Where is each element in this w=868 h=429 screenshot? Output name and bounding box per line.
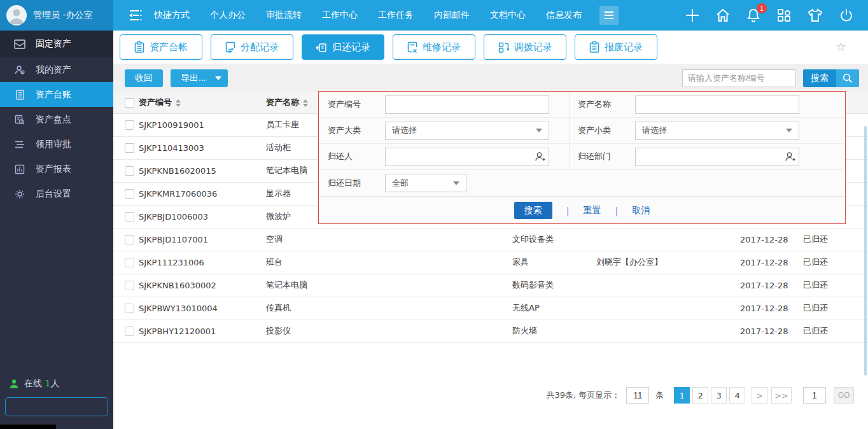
sidebar-item-my-assets[interactable]: 我的资产	[0, 57, 113, 82]
more-menu-button[interactable]	[599, 6, 619, 25]
tab-allocation-records[interactable]: 分配记录	[211, 34, 293, 60]
page-list: 1234	[674, 387, 745, 404]
last-page-button[interactable]: >>	[771, 387, 792, 404]
top-nav-item[interactable]: 工作任务	[378, 10, 414, 21]
sort-icon[interactable]	[176, 99, 181, 107]
category-major-select[interactable]: 请选择	[385, 122, 549, 140]
row-checkbox[interactable]	[125, 281, 134, 290]
panel-column-divider	[569, 92, 570, 170]
return-dept-field[interactable]	[635, 148, 799, 166]
recall-button[interactable]: 收回	[125, 69, 163, 87]
asset-code-field[interactable]	[385, 95, 549, 114]
table-row[interactable]: SJKPBWY13010004 传真机 无线AP 2017-12-28 已归还	[113, 297, 868, 320]
row-checkbox[interactable]	[125, 304, 134, 313]
current-user-label: 管理员 -办公室	[33, 10, 93, 21]
sidebar-item-asset-ledger[interactable]: 资产台账	[0, 82, 113, 107]
page-button[interactable]: 2	[692, 387, 708, 404]
tab-repair-records[interactable]: 维修记录	[393, 34, 475, 60]
page-button[interactable]: 3	[711, 387, 727, 404]
tab-return-records[interactable]: 归还记录	[302, 34, 384, 60]
cell-return-person	[596, 320, 740, 342]
cell-return-person: 刘晓宇【办公室】	[596, 251, 740, 274]
table-row[interactable]: SJKPBJD1107001 空调 文印设备类 2017-12-28 已归还	[113, 228, 868, 251]
sidebar-item-settings[interactable]: 后台设置	[0, 181, 113, 206]
table-row[interactable]: SJKP111231006 班台 家具 刘晓宇【办公室】 2017-12-28 …	[113, 251, 868, 274]
separator: |	[566, 206, 570, 216]
asset-name-field[interactable]	[635, 95, 799, 114]
sidebar-module-label: 固定资产	[36, 38, 71, 50]
cancel-link[interactable]: 取消	[632, 205, 650, 216]
sort-icon[interactable]	[303, 99, 308, 107]
top-nav-item[interactable]: 文档中心	[490, 10, 526, 21]
search-button[interactable]: 搜索	[803, 69, 859, 87]
return-person-field[interactable]	[385, 148, 549, 166]
sidebar-item-approval[interactable]: 领用审批	[0, 132, 113, 157]
row-checkbox[interactable]	[125, 143, 134, 153]
row-checkbox[interactable]	[125, 120, 134, 130]
select-all-checkbox[interactable]	[125, 98, 134, 108]
page-button[interactable]: 4	[729, 387, 745, 404]
sidebar-search-input[interactable]	[6, 402, 128, 412]
reset-link[interactable]: 重置	[584, 205, 601, 216]
top-nav-item[interactable]: 内部邮件	[434, 10, 470, 21]
page-button[interactable]: 1	[674, 387, 690, 404]
collapse-menu-icon[interactable]	[127, 9, 143, 22]
user-block[interactable]: 管理员 -办公室	[0, 0, 113, 31]
online-label: 在线	[24, 378, 42, 388]
person-add-icon[interactable]	[785, 151, 795, 162]
apps-grid-icon[interactable]	[776, 8, 792, 23]
ledger-icon	[14, 90, 25, 100]
row-checkbox[interactable]	[125, 258, 134, 267]
sidebar-item-label: 资产台账	[36, 89, 71, 101]
sidebar-module-fixed-assets[interactable]: 固定资产	[0, 31, 113, 57]
tab-asset-ledger[interactable]: 资产台帐	[120, 34, 202, 60]
top-nav-item[interactable]: 审批流转	[266, 10, 302, 21]
person-add-icon[interactable]	[535, 151, 545, 162]
row-checkbox[interactable]	[125, 166, 134, 176]
return-dept-label: 归还部门	[569, 151, 635, 162]
next-page-button[interactable]: >	[752, 387, 767, 404]
online-status: 在线 1人	[9, 378, 59, 390]
column-header-code[interactable]: 资产编号	[139, 92, 266, 113]
top-nav-item[interactable]: 信息发布	[546, 10, 582, 21]
cell-return-date: 2017-12-28	[740, 320, 803, 342]
top-nav-item[interactable]: 快捷方式	[154, 10, 190, 21]
tab-transfer-records[interactable]: 调拨记录	[484, 34, 566, 60]
row-checkbox[interactable]	[125, 189, 134, 199]
sidebar-item-asset-reports[interactable]: 资产报表	[0, 157, 113, 181]
table-row[interactable]: SJKPKNB16030002 笔记本电脑 数码影音类 2017-12-28 已…	[113, 274, 868, 297]
goto-page-input[interactable]	[803, 387, 826, 404]
cell-asset-code: SJKPKNB16020015	[139, 159, 266, 182]
category-minor-select[interactable]: 请选择	[635, 122, 799, 140]
pagination: 共39条, 每页显示： 条 1234 > >> GO	[546, 387, 854, 404]
top-nav-item[interactable]: 个人办公	[210, 10, 246, 21]
home-icon[interactable]	[715, 8, 731, 23]
tab-label: 维修记录	[423, 41, 461, 53]
row-checkbox[interactable]	[125, 212, 134, 222]
row-checkbox[interactable]	[125, 327, 134, 336]
cell-asset-code: SJKPKMR17060036	[139, 182, 266, 205]
row-checkbox[interactable]	[125, 235, 134, 244]
cell-return-date: 2017-12-28	[740, 297, 803, 320]
table-row[interactable]: SJKPBHY12120001 投影仪 防火墙 2017-12-28 已归还	[113, 320, 868, 342]
tab-scrap-records[interactable]: 报废记录	[575, 34, 657, 60]
cell-return-date: 2017-12-28	[740, 251, 803, 274]
theme-shirt-icon[interactable]	[807, 8, 823, 23]
sidebar-item-label: 资产盘点	[36, 114, 71, 125]
go-button[interactable]: GO	[834, 387, 854, 404]
tab-label: 资产台帐	[150, 41, 188, 53]
export-button[interactable]: 导出...	[171, 69, 228, 87]
add-icon[interactable]	[685, 8, 700, 23]
asset-search-input[interactable]	[682, 69, 795, 87]
top-nav-item[interactable]: 工作中心	[322, 10, 358, 21]
notifications-bell-icon[interactable]: 1	[746, 8, 761, 23]
power-icon[interactable]	[839, 8, 854, 23]
vertical-scrollbar[interactable]	[864, 126, 867, 376]
sidebar-item-asset-inventory[interactable]: 资产盘点	[0, 107, 113, 132]
tab-label: 归还记录	[332, 41, 370, 53]
online-person-icon	[9, 379, 19, 389]
favorite-star-icon[interactable]: ☆	[836, 39, 846, 53]
page-size-input[interactable]	[626, 387, 649, 404]
return-date-select[interactable]: 全部	[385, 174, 466, 192]
panel-search-button[interactable]: 搜索	[514, 202, 552, 219]
